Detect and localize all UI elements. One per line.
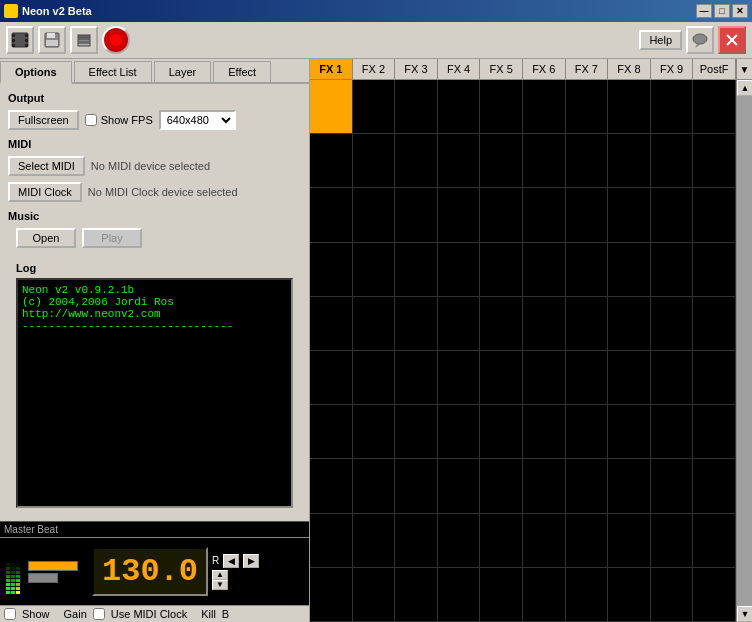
- fx-cell-postf-2[interactable]: [693, 134, 735, 188]
- fx-cell-2-9[interactable]: [353, 514, 395, 568]
- fx-cell-1-8[interactable]: [310, 459, 352, 513]
- fx-cell-postf-7[interactable]: [693, 405, 735, 459]
- fx-cell-4-4[interactable]: [438, 243, 480, 297]
- fx-cell-8-2[interactable]: [608, 134, 650, 188]
- fx-col-header-8[interactable]: FX 8: [608, 59, 651, 79]
- toolbar-btn-3[interactable]: [70, 26, 98, 54]
- fx-cell-3-3[interactable]: [395, 188, 437, 242]
- fx-cell-4-6[interactable]: [438, 351, 480, 405]
- fx-cell-5-8[interactable]: [480, 459, 522, 513]
- fx-cell-9-9[interactable]: [651, 514, 693, 568]
- fx-cell-2-2[interactable]: [353, 134, 395, 188]
- fx-cell-6-10[interactable]: [523, 568, 565, 622]
- fx-col-header-9[interactable]: FX 9: [651, 59, 694, 79]
- fx-cell-1-1[interactable]: [310, 80, 352, 134]
- toolbar-btn-1[interactable]: [6, 26, 34, 54]
- fx-cell-3-9[interactable]: [395, 514, 437, 568]
- fx-cell-9-10[interactable]: [651, 568, 693, 622]
- fx-cell-5-1[interactable]: [480, 80, 522, 134]
- fx-cell-7-3[interactable]: [566, 188, 608, 242]
- resolution-select[interactable]: 640x480 800x600 1024x768 1280x720: [159, 110, 236, 130]
- fx-cell-6-2[interactable]: [523, 134, 565, 188]
- fx-cell-9-6[interactable]: [651, 351, 693, 405]
- fx-cell-5-2[interactable]: [480, 134, 522, 188]
- fx-cell-4-10[interactable]: [438, 568, 480, 622]
- fx-col-header-5[interactable]: FX 5: [480, 59, 523, 79]
- fx-cell-1-5[interactable]: [310, 297, 352, 351]
- fx-cell-8-1[interactable]: [608, 80, 650, 134]
- fx-cell-5-5[interactable]: [480, 297, 522, 351]
- fx-cell-postf-1[interactable]: [693, 80, 735, 134]
- fx-cell-6-3[interactable]: [523, 188, 565, 242]
- fx-cell-1-2[interactable]: [310, 134, 352, 188]
- fx-cell-9-8[interactable]: [651, 459, 693, 513]
- fx-cell-3-7[interactable]: [395, 405, 437, 459]
- fx-cell-2-8[interactable]: [353, 459, 395, 513]
- fx-cell-7-4[interactable]: [566, 243, 608, 297]
- fx-cell-postf-8[interactable]: [693, 459, 735, 513]
- bpm-up-button[interactable]: ▲: [212, 570, 228, 580]
- show-checkbox[interactable]: [4, 608, 16, 620]
- fx-cell-8-3[interactable]: [608, 188, 650, 242]
- speech-button[interactable]: [686, 26, 714, 54]
- fx-cell-8-8[interactable]: [608, 459, 650, 513]
- fx-col-header-postf[interactable]: PostF: [693, 59, 736, 79]
- fx-cell-9-7[interactable]: [651, 405, 693, 459]
- fx-scroll-down-button[interactable]: ▼: [737, 606, 752, 622]
- fx-cell-5-3[interactable]: [480, 188, 522, 242]
- fx-cell-6-7[interactable]: [523, 405, 565, 459]
- fx-cell-2-7[interactable]: [353, 405, 395, 459]
- fx-cell-1-4[interactable]: [310, 243, 352, 297]
- tab-effect[interactable]: Effect: [213, 61, 271, 82]
- fx-cell-7-1[interactable]: [566, 80, 608, 134]
- fx-cell-4-1[interactable]: [438, 80, 480, 134]
- fx-cell-7-5[interactable]: [566, 297, 608, 351]
- fx-col-header-2[interactable]: FX 2: [353, 59, 396, 79]
- fullscreen-button[interactable]: Fullscreen: [8, 110, 79, 130]
- fx-cell-8-5[interactable]: [608, 297, 650, 351]
- fx-cell-6-1[interactable]: [523, 80, 565, 134]
- fx-cell-2-5[interactable]: [353, 297, 395, 351]
- fx-cell-8-4[interactable]: [608, 243, 650, 297]
- fx-cell-8-10[interactable]: [608, 568, 650, 622]
- fx-col-header-3[interactable]: FX 3: [395, 59, 438, 79]
- fx-cell-7-7[interactable]: [566, 405, 608, 459]
- fx-cell-postf-5[interactable]: [693, 297, 735, 351]
- fx-cell-8-9[interactable]: [608, 514, 650, 568]
- fx-cell-2-10[interactable]: [353, 568, 395, 622]
- fx-cell-3-8[interactable]: [395, 459, 437, 513]
- next-button[interactable]: ▶: [243, 554, 259, 568]
- fx-cell-6-4[interactable]: [523, 243, 565, 297]
- fx-cell-postf-4[interactable]: [693, 243, 735, 297]
- fx-cell-9-5[interactable]: [651, 297, 693, 351]
- tab-layer[interactable]: Layer: [154, 61, 212, 82]
- fx-scroll-up-button[interactable]: ▲: [737, 80, 752, 96]
- use-midi-clock-checkbox[interactable]: [93, 608, 105, 620]
- open-button[interactable]: Open: [16, 228, 76, 248]
- tab-effect-list[interactable]: Effect List: [74, 61, 152, 82]
- fx-cell-3-10[interactable]: [395, 568, 437, 622]
- title-bar-controls[interactable]: — □ ✕: [696, 4, 748, 18]
- fx-cell-7-8[interactable]: [566, 459, 608, 513]
- fx-cell-2-6[interactable]: [353, 351, 395, 405]
- fx-cell-2-3[interactable]: [353, 188, 395, 242]
- toolbar-close-button[interactable]: [718, 26, 746, 54]
- fx-cell-8-7[interactable]: [608, 405, 650, 459]
- fx-scroll-button[interactable]: ▼: [736, 59, 752, 79]
- fx-cell-6-5[interactable]: [523, 297, 565, 351]
- fx-cell-postf-10[interactable]: [693, 568, 735, 622]
- fx-cell-3-5[interactable]: [395, 297, 437, 351]
- fx-cell-7-10[interactable]: [566, 568, 608, 622]
- fx-cell-4-8[interactable]: [438, 459, 480, 513]
- fx-cell-4-7[interactable]: [438, 405, 480, 459]
- fx-cell-3-4[interactable]: [395, 243, 437, 297]
- fx-cell-1-6[interactable]: [310, 351, 352, 405]
- fx-cell-8-6[interactable]: [608, 351, 650, 405]
- fx-cell-4-2[interactable]: [438, 134, 480, 188]
- fx-cell-9-2[interactable]: [651, 134, 693, 188]
- fx-cell-4-5[interactable]: [438, 297, 480, 351]
- fx-cell-9-3[interactable]: [651, 188, 693, 242]
- play-button[interactable]: Play: [82, 228, 142, 248]
- fx-cell-6-6[interactable]: [523, 351, 565, 405]
- fx-cell-2-4[interactable]: [353, 243, 395, 297]
